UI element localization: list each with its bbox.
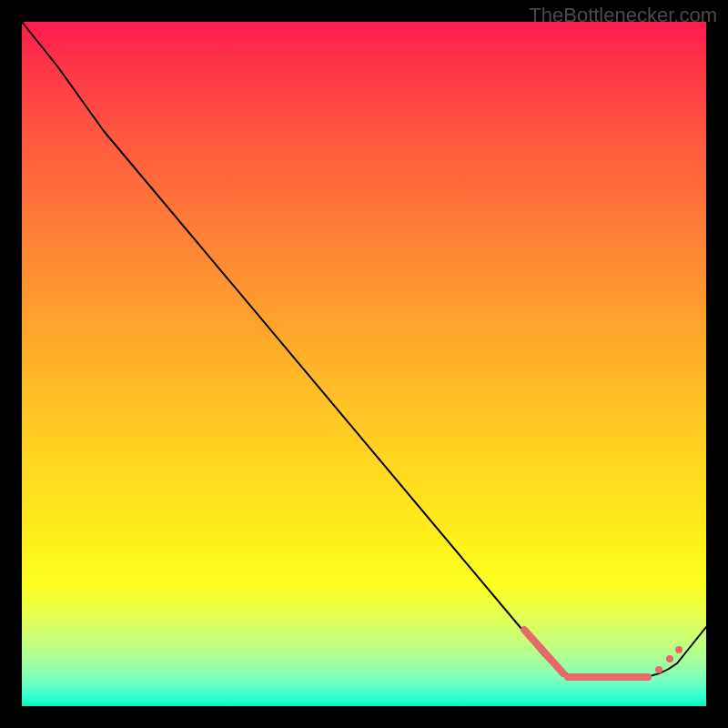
curve-path: [22, 22, 706, 677]
marker-dot: [666, 655, 673, 662]
watermark-text: TheBottlenecker.com: [529, 4, 717, 27]
chart-frame: TheBottlenecker.com: [0, 0, 728, 728]
bottleneck-curve: [22, 22, 706, 706]
marker-dot: [655, 666, 662, 673]
marker-dot: [675, 646, 682, 653]
marker-band-left: [524, 630, 563, 673]
plot-area: [22, 22, 706, 706]
